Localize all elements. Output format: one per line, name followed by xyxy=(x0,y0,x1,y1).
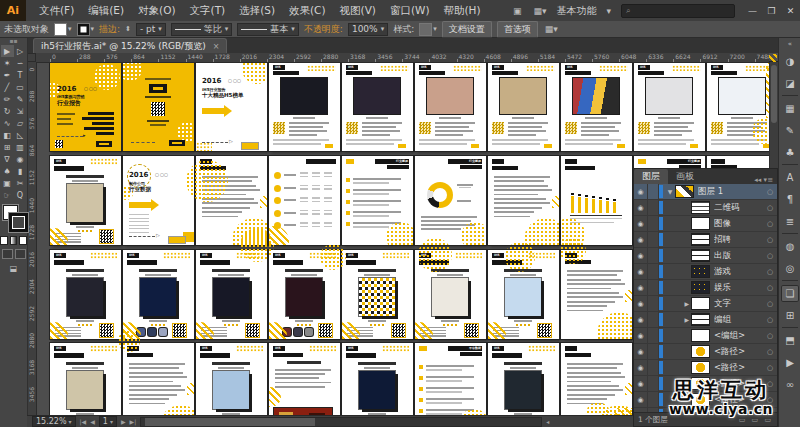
width-profile-select[interactable]: 等比▾ xyxy=(171,23,233,36)
slice-tool[interactable]: ✂ xyxy=(14,177,27,189)
artboard-tool[interactable]: ▣ xyxy=(1,177,14,189)
layer-name[interactable]: 图像 xyxy=(714,218,763,230)
menu-item-6[interactable]: 视图(V) xyxy=(333,4,383,18)
lock-toggle[interactable] xyxy=(648,344,659,359)
artboard-r1c6[interactable]: iH5 xyxy=(415,62,486,151)
lock-toggle[interactable] xyxy=(648,248,659,263)
layer-row-2[interactable]: ◉图像○ xyxy=(634,216,777,232)
layer-name[interactable]: 二维码 xyxy=(714,202,763,214)
draw-behind-button[interactable] xyxy=(15,249,26,259)
artboard-r1c7[interactable]: iH5 xyxy=(488,62,559,151)
visibility-toggle[interactable]: ◉ xyxy=(634,296,648,311)
search-input[interactable]: ⌕ xyxy=(621,4,735,18)
layer-thumbnail[interactable] xyxy=(691,345,710,358)
layer-name[interactable]: 娱乐 xyxy=(714,282,763,294)
tab-artboards[interactable]: 画板 xyxy=(668,169,702,184)
artboard-r1c2[interactable] xyxy=(123,62,194,151)
workspace-switcher[interactable]: 基本功能 xyxy=(556,4,596,18)
target-circle-icon[interactable]: ○ xyxy=(763,252,777,260)
visibility-toggle[interactable]: ◉ xyxy=(634,344,648,359)
menu-item-3[interactable]: 文字(T) xyxy=(183,4,233,18)
type-tool[interactable]: T xyxy=(14,69,27,81)
artboard-navigation-field[interactable]: 1▾ xyxy=(99,416,117,427)
actions-panel-icon[interactable]: ▶ xyxy=(781,354,799,371)
visibility-toggle[interactable]: ◉ xyxy=(634,200,648,215)
stroke-swatch[interactable] xyxy=(9,213,28,232)
layer-row-5[interactable]: ◉游戏○ xyxy=(634,264,777,280)
layer-name[interactable]: <路径> xyxy=(714,362,763,374)
artboard-r3c5[interactable]: iH5 xyxy=(342,250,413,339)
lasso-tool[interactable]: ∽ xyxy=(14,57,27,69)
ruler-corner[interactable] xyxy=(27,53,36,62)
color-guide-panel-icon[interactable]: ◍ xyxy=(781,238,799,255)
opacity-label[interactable]: 不透明度: xyxy=(304,23,343,36)
layer-name[interactable]: 文字 xyxy=(714,298,763,310)
magic-wand-tool[interactable]: ✶ xyxy=(1,57,14,69)
previous-artboard-button[interactable]: ◀ xyxy=(90,418,95,425)
layer-name[interactable]: 出版 xyxy=(714,250,763,262)
mesh-tool[interactable]: ⊞ xyxy=(1,141,14,153)
tab-layers[interactable]: 图层 xyxy=(634,169,668,184)
target-circle-icon[interactable]: ○ xyxy=(763,268,777,276)
screen-mode-button[interactable]: ⬓ xyxy=(0,264,27,273)
rectangle-tool[interactable]: ▭ xyxy=(14,81,27,93)
paragraph-panel-icon[interactable]: ¶ xyxy=(781,191,799,208)
menu-item-4[interactable]: 选择(S) xyxy=(232,4,282,18)
menu-item-5[interactable]: 效果(C) xyxy=(282,4,333,18)
zoom-tool[interactable]: Q xyxy=(14,189,27,201)
fill-chevron-icon[interactable]: ▾ xyxy=(68,25,72,33)
stroke-weight-field[interactable]: - pt▾ xyxy=(136,23,166,36)
layer-row-4[interactable]: ◉出版○ xyxy=(634,248,777,264)
align-icon[interactable]: ▦▾ xyxy=(543,24,560,34)
stroke-color-swatch[interactable] xyxy=(77,23,90,36)
menu-item-8[interactable]: 帮助(H) xyxy=(437,4,488,18)
artboard-r3c1[interactable]: iH5 xyxy=(50,250,121,339)
visibility-toggle[interactable]: ◉ xyxy=(634,264,648,279)
transform-panel-icon[interactable]: ⬒ xyxy=(781,332,799,349)
eyedropper-tool[interactable]: ∇ xyxy=(1,153,14,165)
layer-name[interactable]: 游戏 xyxy=(714,266,763,278)
visibility-toggle[interactable]: ◉ xyxy=(634,280,648,295)
visibility-toggle[interactable]: ◉ xyxy=(634,312,648,327)
artboard-r2c8[interactable] xyxy=(561,156,632,245)
tab-close-icon[interactable]: × xyxy=(213,42,220,51)
artboard-r1c8[interactable]: iH5 xyxy=(561,62,632,151)
target-circle-icon[interactable]: ○ xyxy=(763,220,777,228)
zoom-level-select[interactable]: 15.22%▾ xyxy=(32,416,76,427)
lock-toggle[interactable] xyxy=(648,328,659,343)
visibility-toggle[interactable]: ◉ xyxy=(634,248,648,263)
layer-thumbnail[interactable] xyxy=(691,329,710,342)
symbol-sprayer-tool[interactable]: ♠ xyxy=(1,165,14,177)
layer-name[interactable]: <编组> xyxy=(714,330,763,342)
artboard-r2c7[interactable] xyxy=(488,156,559,245)
target-circle-icon[interactable]: ○ xyxy=(763,284,777,292)
menu-item-0[interactable]: 文件(F) xyxy=(32,4,81,18)
artboard-r2c1[interactable]: iH5 xyxy=(50,156,121,245)
layer-row-0[interactable]: ◉▼图层 1○ xyxy=(634,184,777,200)
layer-row-9[interactable]: ◉<编组>○ xyxy=(634,328,777,344)
style-swatch[interactable] xyxy=(419,23,432,36)
brushes-panel-icon[interactable]: ✎ xyxy=(781,122,799,139)
layers-panel-icon[interactable]: ❏ xyxy=(781,285,799,302)
layer-row-1[interactable]: ◉二维码○ xyxy=(634,200,777,216)
rotate-tool[interactable]: ↻ xyxy=(1,105,14,117)
arrange-documents-icon[interactable]: ▦▾ xyxy=(531,6,548,16)
artboard-r2c4[interactable] xyxy=(269,156,340,245)
gradient-panel-icon[interactable]: ◪ xyxy=(781,75,799,92)
blend-tool[interactable]: ◉ xyxy=(14,153,27,165)
layer-row-10[interactable]: ◉<路径>○ xyxy=(634,344,777,360)
layer-row-11[interactable]: ◉<路径>○ xyxy=(634,360,777,376)
first-artboard-button[interactable]: |◀ xyxy=(80,418,87,425)
scale-tool[interactable]: ⇲ xyxy=(14,105,27,117)
expand-arrow-icon[interactable]: ▶ xyxy=(665,300,691,307)
artboards-panel-icon[interactable]: ⊞ xyxy=(781,307,799,324)
lock-toggle[interactable] xyxy=(648,200,659,215)
horizontal-ruler[interactable]: 0288576864115214401728201623042592288031… xyxy=(36,53,769,63)
close-button[interactable]: ✕ xyxy=(781,6,800,16)
menu-item-7[interactable]: 窗口(W) xyxy=(383,4,437,18)
visibility-toggle[interactable]: ◉ xyxy=(634,184,648,199)
vertical-ruler[interactable]: 0288576864115214401728201623042592288031… xyxy=(27,62,37,415)
color-button[interactable] xyxy=(0,236,8,245)
free-transform-tool[interactable]: ▱ xyxy=(14,117,27,129)
opacity-field[interactable]: 100%▾ xyxy=(348,23,388,36)
